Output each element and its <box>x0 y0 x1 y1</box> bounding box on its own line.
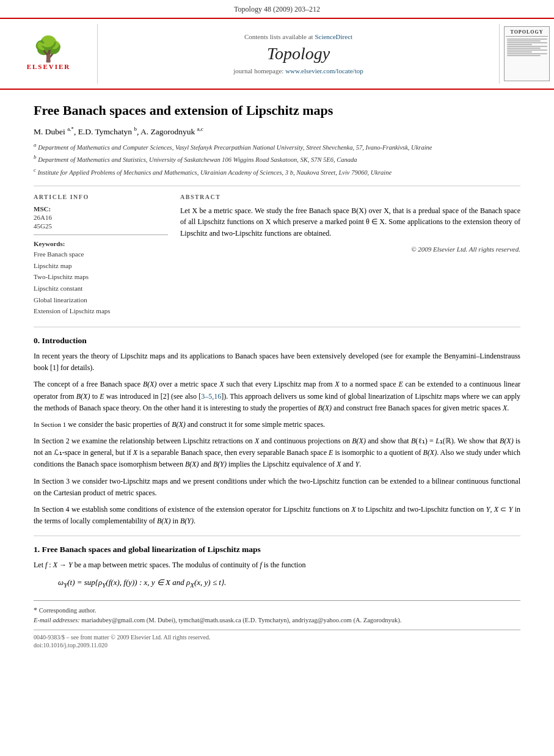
keywords-header: Keywords: <box>34 240 168 247</box>
cover-line-9 <box>507 53 547 54</box>
cover-line-1 <box>507 38 547 40</box>
affiliation-b-text: Department of Mathematics and Statistics… <box>38 156 357 163</box>
footer-doi: doi:10.1016/j.top.2009.11.020 <box>34 642 520 649</box>
footnote-email: E-mail addresses: mariadubey@gmail.com (… <box>34 617 520 623</box>
keyword-3: Two-Lipschitz maps <box>34 271 168 283</box>
cover-line-5 <box>507 46 547 47</box>
contents-available-line: Contents lists available at ScienceDirec… <box>244 33 352 40</box>
sciencedirect-link[interactable]: ScienceDirect <box>315 33 352 40</box>
elsevier-logo-area: 🌳 ELSEVIER <box>0 24 98 84</box>
main-content: Free Banach spaces and extension of Lips… <box>0 90 554 662</box>
affiliation-a: a Department of Mathematics and Computer… <box>34 141 520 152</box>
intro-para-4: In Section 2 we examine the relationship… <box>34 435 520 471</box>
article-info-abstract-section: ARTICLE INFO MSC: 26A16 45G25 Keywords: … <box>34 186 520 317</box>
sciencedirect-label: ScienceDirect <box>315 33 352 40</box>
cover-title-text: TOPOLOGY <box>506 29 548 37</box>
article-title: Free Banach spaces and extension of Lips… <box>34 102 520 120</box>
keyword-6: Extension of Lipschitz maps <box>34 305 168 317</box>
authors-line: M. Dubei a,*, E.D. Tymchatyn b, A. Zagor… <box>34 126 520 137</box>
section1-intro: Let f : X → Y be a map between metric sp… <box>34 559 520 571</box>
info-divider <box>34 234 168 235</box>
cover-line-7 <box>507 49 547 51</box>
homepage-url: www.elsevier.com/locate/top <box>285 67 363 75</box>
intro-para-3: In Section 1 we consider the basic prope… <box>34 419 520 431</box>
abstract-label: ABSTRACT <box>180 194 520 200</box>
journal-reference-text: Topology 48 (2009) 203–212 <box>234 5 320 13</box>
affiliation-c: c Institute for Applied Problems of Mech… <box>34 166 520 177</box>
intro-para-2: The concept of a free Banach space B(X) … <box>34 379 520 414</box>
intro-para-1: In recent years the theory of Lipschitz … <box>34 351 520 374</box>
journal-center: Contents lists available at ScienceDirec… <box>98 24 499 84</box>
msc-code-1: 26A16 <box>34 214 52 221</box>
affiliation-b: b Department of Mathematics and Statisti… <box>34 153 520 164</box>
cover-line-8 <box>507 51 532 53</box>
cover-decoration <box>506 38 548 57</box>
msc-label: MSC: <box>34 205 51 213</box>
msc-code-2: 45G25 <box>34 222 52 230</box>
intro-para-6: In Section 4 we establish some condition… <box>34 504 520 527</box>
msc-value-1: 26A16 <box>34 214 168 221</box>
cover-line-6 <box>507 48 541 49</box>
intro-heading: 0. Introduction <box>34 336 520 346</box>
journal-cover-thumbnail: TOPOLOGY <box>499 24 554 84</box>
cover-box: TOPOLOGY <box>504 26 550 81</box>
keyword-1: Free Banach space <box>34 249 168 260</box>
affiliation-c-text: Institute for Applied Problems of Mechan… <box>38 169 392 175</box>
abstract-text: Let X be a metric space. We study the fr… <box>180 205 520 239</box>
elsevier-wordmark: ELSEVIER <box>27 63 71 70</box>
homepage-link[interactable]: www.elsevier.com/locate/top <box>285 67 363 75</box>
keyword-5: Global linearization <box>34 294 168 306</box>
footnote-area: * Corresponding author. E-mail addresses… <box>34 600 520 623</box>
msc-item: MSC: <box>34 205 168 213</box>
journal-header: 🌳 ELSEVIER Contents lists available at S… <box>0 19 554 90</box>
affiliation-a-text: Department of Mathematics and Computer S… <box>38 144 432 151</box>
keywords-list: Free Banach space Lipschitz map Two-Lips… <box>34 249 168 317</box>
contents-text: Contents lists available at <box>244 33 313 40</box>
cover-line-3 <box>507 42 547 43</box>
formula-omega: ωY(t) = sup{ρY(f(x), f(y)) : x, y ∈ X an… <box>58 578 520 589</box>
keywords-label: Keywords: <box>34 240 65 247</box>
homepage-label: journal homepage: <box>233 67 283 75</box>
cover-line-4 <box>507 44 532 45</box>
affiliations: a Department of Mathematics and Computer… <box>34 141 520 177</box>
section-divider-2 <box>34 536 520 536</box>
top-reference: Topology 48 (2009) 203–212 <box>0 0 554 19</box>
ref-link-3-5-16[interactable]: 3–5,16 <box>201 392 221 401</box>
journal-homepage: journal homepage: www.elsevier.com/locat… <box>233 67 363 75</box>
journal-title: Topology <box>267 44 330 64</box>
cover-line-10 <box>507 55 541 56</box>
footnote-corresponding: * Corresponding author. <box>34 606 520 615</box>
section-divider-1 <box>34 327 520 327</box>
page-wrapper: Topology 48 (2009) 203–212 🌳 ELSEVIER Co… <box>0 0 554 674</box>
article-info-label: ARTICLE INFO <box>34 194 168 200</box>
article-info-column: ARTICLE INFO MSC: 26A16 45G25 Keywords: … <box>34 194 168 317</box>
section1-heading: 1. Free Banach spaces and global lineari… <box>34 545 520 554</box>
cover-line-2 <box>507 40 541 42</box>
intro-para-5: In Section 3 we consider two-Lipschitz m… <box>34 476 520 499</box>
elsevier-logo: 🌳 ELSEVIER <box>27 37 71 70</box>
tree-icon: 🌳 <box>27 37 71 62</box>
footer-issn: 0040-9383/$ – see front matter © 2009 El… <box>34 634 520 641</box>
msc-value-2: 45G25 <box>34 222 168 230</box>
abstract-column: ABSTRACT Let X be a metric space. We stu… <box>180 194 520 317</box>
footer-area: 0040-9383/$ – see front matter © 2009 El… <box>34 630 520 649</box>
keyword-4: Lipschitz constant <box>34 283 168 294</box>
keyword-2: Lipschitz map <box>34 260 168 272</box>
copyright-line: © 2009 Elsevier Ltd. All rights reserved… <box>180 245 520 253</box>
